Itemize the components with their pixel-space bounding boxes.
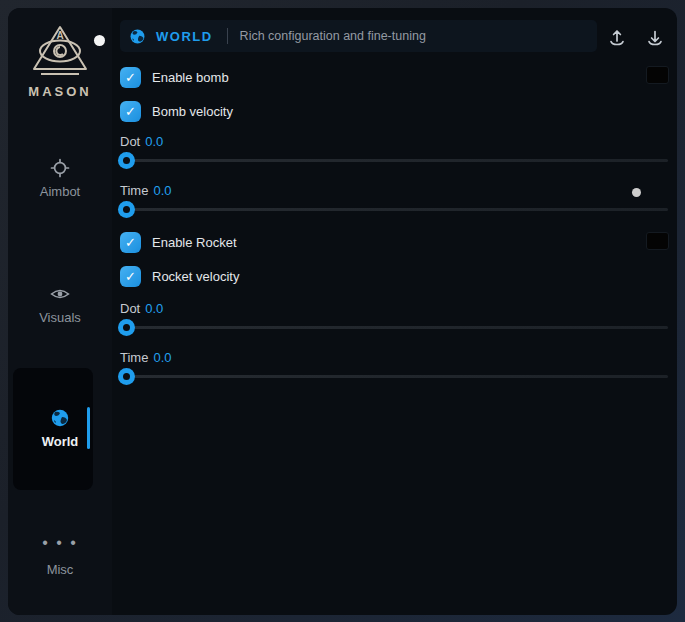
slider-dot-bomb[interactable] <box>120 159 668 162</box>
slider-name: Dot <box>120 134 140 149</box>
checkbox-label: Bomb velocity <box>152 104 233 119</box>
cursor-dot <box>94 35 105 46</box>
upload-icon <box>607 28 627 48</box>
check-icon: ✓ <box>125 236 136 249</box>
sidebar-item-world[interactable]: World <box>8 408 112 449</box>
checkbox-row: ✓ Rocket velocity <box>120 265 239 287</box>
slider-time-rocket[interactable] <box>120 375 668 378</box>
checkbox-rocket-velocity[interactable]: ✓ <box>120 266 141 287</box>
download-icon <box>645 28 665 48</box>
sidebar: A MASON Aimbot Visuals <box>8 8 112 615</box>
globe-icon <box>50 408 70 428</box>
slider-name: Time <box>120 183 148 198</box>
sidebar-item-label: World <box>42 434 79 449</box>
slider-name: Time <box>120 350 148 365</box>
crosshair-icon <box>50 158 70 178</box>
checkbox-enable-rocket[interactable]: ✓ <box>120 232 141 253</box>
checkbox-bomb-velocity[interactable]: ✓ <box>120 101 141 122</box>
download-config-button[interactable] <box>645 28 665 48</box>
color-swatch-bomb[interactable] <box>646 66 669 84</box>
slider-thumb[interactable] <box>118 201 135 218</box>
checkbox-row: ✓ Bomb velocity <box>120 100 233 122</box>
checkbox-label: Rocket velocity <box>152 269 239 284</box>
checkbox-label: Enable Rocket <box>152 235 237 250</box>
mason-eye-triangle-icon: A <box>29 24 91 82</box>
sidebar-item-misc[interactable]: • • • Misc <box>8 536 112 577</box>
checkbox-enable-bomb[interactable]: ✓ <box>120 67 141 88</box>
slider-label-row: Time0.0 <box>120 183 171 198</box>
slider-value: 0.0 <box>153 350 171 365</box>
header-divider <box>227 28 228 44</box>
slider-label-row: Dot0.0 <box>120 134 163 149</box>
app-window: A MASON Aimbot Visuals <box>8 8 677 615</box>
slider-label-row: Time0.0 <box>120 350 171 365</box>
slider-value: 0.0 <box>145 301 163 316</box>
sidebar-item-visuals[interactable]: Visuals <box>8 284 112 325</box>
color-swatch-rocket[interactable] <box>646 232 669 250</box>
page-subtitle: Rich configuration and fine-tuning <box>240 29 426 43</box>
slider-time-bomb[interactable] <box>120 208 668 211</box>
eye-icon <box>50 284 70 304</box>
checkbox-row: ✓ Enable Rocket <box>120 231 237 253</box>
slider-label-row: Dot0.0 <box>120 301 163 316</box>
slider-thumb[interactable] <box>118 152 135 169</box>
slider-value: 0.0 <box>145 134 163 149</box>
sidebar-item-label: Misc <box>47 562 74 577</box>
svg-text:A: A <box>56 30 63 41</box>
check-icon: ✓ <box>125 71 136 84</box>
sidebar-item-label: Aimbot <box>40 184 80 199</box>
sidebar-item-label: Visuals <box>39 310 81 325</box>
upload-config-button[interactable] <box>607 28 627 48</box>
slider-thumb[interactable] <box>118 319 135 336</box>
brand-name: MASON <box>8 84 112 99</box>
globe-icon <box>129 28 146 45</box>
slider-name: Dot <box>120 301 140 316</box>
slider-thumb[interactable] <box>118 368 135 385</box>
sidebar-item-aimbot[interactable]: Aimbot <box>8 158 112 199</box>
page-title: WORLD <box>156 29 213 44</box>
checkbox-label: Enable bomb <box>152 70 229 85</box>
cursor-dot <box>632 188 641 197</box>
check-icon: ✓ <box>125 105 136 118</box>
slider-value: 0.0 <box>153 183 171 198</box>
tab-header: WORLD Rich configuration and fine-tuning <box>120 20 597 52</box>
check-icon: ✓ <box>125 270 136 283</box>
slider-dot-rocket[interactable] <box>120 326 668 329</box>
ellipsis-icon: • • • <box>40 536 80 556</box>
checkbox-row: ✓ Enable bomb <box>120 66 229 88</box>
